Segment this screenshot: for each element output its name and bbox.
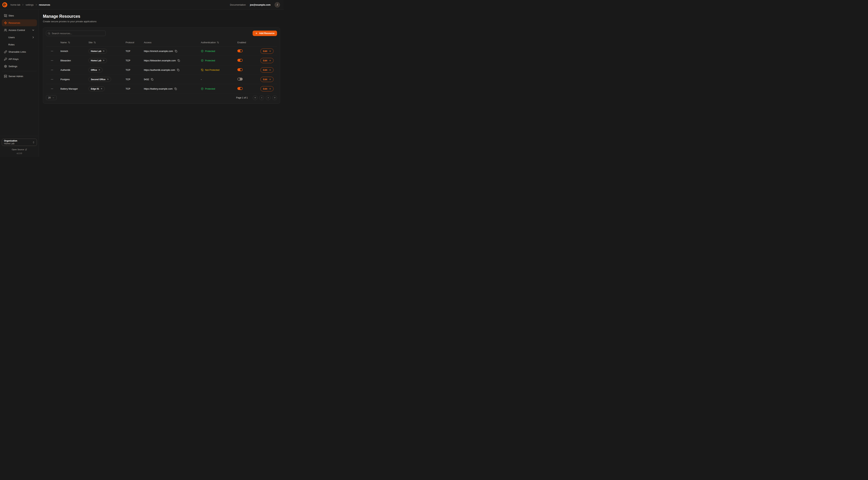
sidebar-item-resources[interactable]: Resources bbox=[2, 19, 37, 26]
copy-icon bbox=[178, 59, 180, 62]
ellipsis-icon bbox=[51, 69, 53, 71]
copy-button[interactable] bbox=[178, 59, 180, 62]
toggle-knob bbox=[240, 50, 242, 52]
ellipsis-icon bbox=[51, 78, 53, 81]
edit-button[interactable]: Edit bbox=[260, 77, 274, 82]
avatar-initial: J bbox=[277, 3, 278, 6]
search-input[interactable] bbox=[46, 31, 106, 36]
site-link[interactable]: Home Lab bbox=[89, 49, 107, 54]
edit-button[interactable]: Edit bbox=[260, 86, 274, 91]
search-icon bbox=[48, 32, 50, 35]
open-source-link[interactable]: Open Source bbox=[2, 148, 37, 151]
copy-button[interactable] bbox=[177, 69, 180, 71]
sidebar-item-roles[interactable]: Roles bbox=[2, 41, 37, 48]
row-menu-button[interactable] bbox=[49, 67, 55, 73]
external-link-icon bbox=[25, 149, 27, 151]
copy-button[interactable] bbox=[175, 50, 178, 53]
page-title: Manage Resources bbox=[43, 14, 280, 19]
combine-icon bbox=[4, 14, 7, 17]
shield-check-icon bbox=[201, 50, 204, 53]
enabled-toggle[interactable] bbox=[238, 87, 243, 90]
copy-button[interactable] bbox=[175, 87, 177, 90]
add-resource-button[interactable]: Add Resource bbox=[253, 31, 277, 36]
resource-name: Battery Manager bbox=[60, 87, 89, 90]
organization-text: Organization Home Lab bbox=[4, 140, 17, 145]
table-row: Authentik Office TCP https://authentik.e… bbox=[46, 65, 277, 75]
documentation-link[interactable]: Documentation bbox=[230, 3, 246, 6]
row-menu-button[interactable] bbox=[49, 49, 55, 54]
shield-check-icon bbox=[201, 87, 204, 90]
column-header-name[interactable]: Name bbox=[60, 41, 89, 44]
sidebar-item-server-admin[interactable]: Server Admin bbox=[2, 73, 37, 80]
access-value: https://immich.example.com bbox=[144, 50, 173, 53]
breadcrumb-resources[interactable]: resources bbox=[39, 3, 50, 6]
toggle-knob bbox=[240, 87, 242, 90]
next-page-button[interactable] bbox=[266, 95, 271, 100]
sidebar-footer: Organization Home Lab Open Source v1.3.0 bbox=[0, 136, 39, 157]
edit-button[interactable]: Edit bbox=[260, 67, 274, 72]
shield-check-icon bbox=[201, 59, 204, 62]
auth-status: Protected bbox=[201, 87, 238, 90]
sidebar-item-sites[interactable]: Sites bbox=[2, 12, 37, 19]
sidebar-item-shareable-links[interactable]: Shareable Links bbox=[2, 48, 37, 55]
chevron-down-icon bbox=[52, 97, 55, 99]
enabled-toggle[interactable] bbox=[238, 68, 243, 71]
copy-button[interactable] bbox=[151, 78, 154, 81]
protocol-value: TCP bbox=[126, 87, 144, 90]
protocol-value: TCP bbox=[126, 69, 144, 71]
edit-button[interactable]: Edit bbox=[260, 49, 274, 54]
arrow-up-right-icon bbox=[107, 79, 109, 80]
organization-label: Organization bbox=[4, 140, 17, 142]
toggle-knob bbox=[240, 59, 242, 61]
waypoints-icon bbox=[4, 21, 7, 24]
chevron-right-icon bbox=[35, 4, 37, 6]
row-menu-button[interactable] bbox=[49, 77, 55, 82]
chevron-left-icon bbox=[260, 96, 263, 99]
enabled-toggle[interactable] bbox=[238, 59, 243, 62]
organization-selector[interactable]: Organization Home Lab bbox=[2, 139, 37, 146]
page-info: Page 1 of 1 bbox=[236, 96, 248, 99]
sidebar-item-settings[interactable]: Settings bbox=[2, 63, 37, 70]
page-size-value: 20 bbox=[48, 96, 51, 99]
shield-off-icon bbox=[201, 69, 204, 71]
sidebar-item-api-keys[interactable]: API Keys bbox=[2, 56, 37, 62]
avatar[interactable]: J bbox=[275, 2, 280, 7]
enabled-toggle[interactable] bbox=[238, 78, 243, 81]
protocol-value: TCP bbox=[126, 78, 144, 81]
page-size-select[interactable]: 20 bbox=[46, 95, 57, 100]
row-menu-button[interactable] bbox=[49, 58, 55, 63]
resource-name: Authentik bbox=[60, 69, 89, 71]
auth-status: Protected bbox=[201, 59, 238, 62]
breadcrumb-settings[interactable]: settings bbox=[26, 3, 34, 6]
sidebar-divider bbox=[2, 71, 36, 71]
site-link[interactable]: Office bbox=[89, 67, 102, 72]
ellipsis-icon bbox=[51, 87, 53, 90]
sidebar-item-label: Users bbox=[8, 36, 14, 39]
table-row: Postgres Second Office TCP 5432 - Edit bbox=[46, 75, 277, 84]
site-link[interactable]: Home Lab bbox=[89, 58, 107, 63]
sidebar-item-access-control[interactable]: Access Control bbox=[2, 27, 37, 33]
site-link[interactable]: Second Office bbox=[89, 77, 111, 82]
previous-page-button[interactable] bbox=[259, 95, 264, 100]
user-email-button[interactable]: joe@example.com bbox=[250, 3, 271, 6]
last-page-button[interactable] bbox=[272, 95, 277, 100]
site-name: Office bbox=[91, 69, 97, 71]
sort-icon bbox=[94, 41, 96, 43]
resource-name: Postgres bbox=[60, 78, 89, 81]
arrow-right-icon bbox=[269, 59, 271, 62]
edit-button[interactable]: Edit bbox=[260, 58, 274, 63]
enabled-toggle[interactable] bbox=[238, 50, 243, 52]
column-header-site[interactable]: Site bbox=[89, 41, 126, 44]
sidebar-item-label: API Keys bbox=[8, 58, 19, 60]
copy-icon bbox=[175, 50, 177, 53]
pangolin-logo-icon[interactable] bbox=[2, 2, 7, 7]
column-header-authentication[interactable]: Authentication bbox=[201, 41, 238, 44]
access-value: https://authentik.example.com bbox=[144, 69, 175, 71]
first-page-button[interactable] bbox=[253, 95, 257, 100]
row-menu-button[interactable] bbox=[49, 86, 55, 92]
organization-value: Home Lab bbox=[4, 142, 17, 145]
site-link[interactable]: Edge 01 bbox=[89, 86, 105, 91]
breadcrumb-org[interactable]: home-lab bbox=[10, 3, 20, 6]
protocol-value: TCP bbox=[126, 59, 144, 62]
sidebar-item-users[interactable]: Users bbox=[2, 34, 37, 41]
